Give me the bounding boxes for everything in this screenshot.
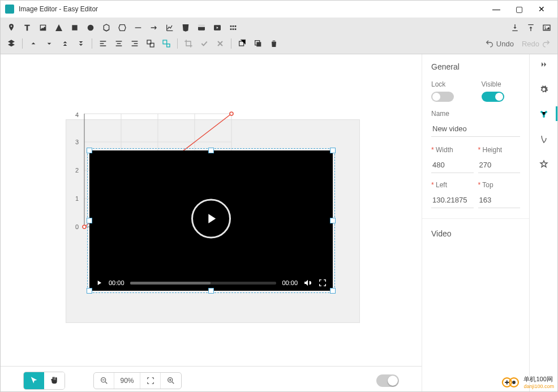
ungroup-icon[interactable]: [159, 36, 174, 51]
name-input[interactable]: [431, 121, 520, 137]
canvas-area[interactable]: 0 1 2 3 4: [1, 54, 422, 392]
minimize-button[interactable]: —: [485, 1, 508, 18]
maximize-button[interactable]: ▢: [508, 1, 530, 18]
double-down-icon[interactable]: [74, 36, 88, 51]
svg-point-38: [513, 381, 516, 384]
trash-icon[interactable]: [267, 36, 281, 51]
top-label: Top: [478, 181, 521, 189]
upload-icon[interactable]: [523, 20, 538, 35]
watermark: 单机100网 danji100.com: [501, 375, 554, 389]
download-icon[interactable]: [508, 20, 522, 35]
section-general: General: [431, 62, 520, 71]
close-button[interactable]: ✕: [530, 1, 553, 18]
align-right-icon[interactable]: [127, 36, 142, 51]
resize-handle[interactable]: [330, 148, 336, 153]
image-icon[interactable]: [36, 20, 50, 35]
svg-rect-12: [256, 42, 261, 46]
align-center-icon[interactable]: [111, 36, 126, 51]
left-input[interactable]: [431, 192, 474, 208]
video-controls: 00:00 00:00: [95, 278, 327, 287]
star-icon[interactable]: [539, 160, 548, 169]
width-label: Width: [431, 146, 474, 154]
video-progress[interactable]: [130, 282, 277, 285]
video-element[interactable]: 00:00 00:00: [89, 150, 333, 291]
redo-button[interactable]: Redo: [518, 39, 554, 48]
svg-rect-0: [72, 25, 77, 30]
canvas-footer: 90%: [1, 366, 422, 392]
export-image-icon[interactable]: [539, 20, 554, 35]
video-icon[interactable]: [210, 20, 225, 35]
line-icon[interactable]: [131, 20, 145, 35]
chevron-down-icon[interactable]: [42, 36, 57, 51]
width-input[interactable]: [431, 157, 474, 173]
vine-icon[interactable]: [539, 135, 548, 144]
resize-handle[interactable]: [87, 218, 92, 223]
layers-icon[interactable]: [4, 36, 19, 51]
html-icon[interactable]: [178, 20, 193, 35]
window-title: Image Editor - Easy Editor: [19, 5, 485, 13]
clone-icon[interactable]: [251, 36, 265, 51]
fullscreen-icon[interactable]: [318, 278, 327, 287]
double-up-icon[interactable]: [58, 36, 72, 51]
svg-text:3: 3: [75, 139, 79, 145]
side-rail: [529, 54, 557, 392]
visible-toggle[interactable]: [482, 92, 504, 102]
gif-icon[interactable]: [226, 20, 241, 35]
volume-icon[interactable]: [303, 278, 312, 287]
resize-handle[interactable]: [208, 288, 214, 294]
fit-button[interactable]: [140, 373, 161, 389]
select-mode-button[interactable]: [24, 372, 44, 389]
resize-handle[interactable]: [330, 218, 336, 223]
resize-handle[interactable]: [330, 288, 336, 294]
copy-layer-icon[interactable]: [235, 36, 250, 51]
polygon-icon[interactable]: [115, 20, 130, 35]
undo-button[interactable]: Undo: [482, 39, 517, 48]
expand-panel-icon[interactable]: [539, 60, 548, 69]
check-icon[interactable]: [197, 36, 212, 51]
triangle-icon[interactable]: [51, 20, 66, 35]
marker-icon[interactable]: [4, 20, 19, 35]
section-video: Video: [431, 229, 520, 238]
time-current: 00:00: [109, 279, 125, 286]
text-icon[interactable]: [20, 20, 35, 35]
play-button[interactable]: [191, 199, 231, 239]
height-input[interactable]: [478, 157, 521, 173]
rect-icon[interactable]: [67, 20, 82, 35]
x-icon[interactable]: [213, 36, 228, 51]
redo-label: Redo: [522, 40, 539, 48]
resize-handle[interactable]: [87, 148, 92, 153]
zoom-in-button[interactable]: [161, 373, 181, 389]
top-input[interactable]: [478, 192, 521, 208]
lock-label: Lock: [431, 80, 470, 88]
play-small-icon[interactable]: [95, 279, 103, 287]
title-bar: Image Editor - Easy Editor — ▢ ✕: [1, 1, 557, 18]
svg-text:0: 0: [75, 223, 79, 230]
app-icon: [5, 5, 14, 14]
toolbar: Undo Redo: [1, 18, 557, 54]
resize-handle[interactable]: [208, 148, 214, 153]
height-label: Height: [478, 146, 521, 154]
group-icon[interactable]: [143, 36, 158, 51]
svg-rect-10: [167, 44, 170, 47]
time-total: 00:00: [282, 279, 298, 286]
arrow-icon[interactable]: [147, 20, 161, 35]
visible-label: Visible: [482, 80, 521, 88]
zoom-out-button[interactable]: [94, 373, 114, 389]
svg-point-1: [88, 25, 94, 31]
chevron-up-icon[interactable]: [26, 36, 41, 51]
chart-icon[interactable]: [162, 20, 177, 35]
align-left-icon[interactable]: [96, 36, 110, 51]
svg-rect-9: [163, 40, 167, 44]
card-icon[interactable]: [194, 20, 209, 35]
pan-mode-button[interactable]: [44, 372, 65, 389]
gear-icon[interactable]: [539, 85, 548, 94]
undo-label: Undo: [496, 40, 514, 48]
name-label: Name: [431, 110, 520, 118]
nodes-icon[interactable]: [539, 110, 548, 119]
circle-icon[interactable]: [83, 20, 98, 35]
footer-toggle[interactable]: [376, 374, 399, 387]
resize-handle[interactable]: [87, 288, 92, 294]
lock-toggle[interactable]: [431, 92, 454, 102]
cube-icon[interactable]: [99, 20, 114, 35]
crop-icon[interactable]: [181, 36, 196, 51]
